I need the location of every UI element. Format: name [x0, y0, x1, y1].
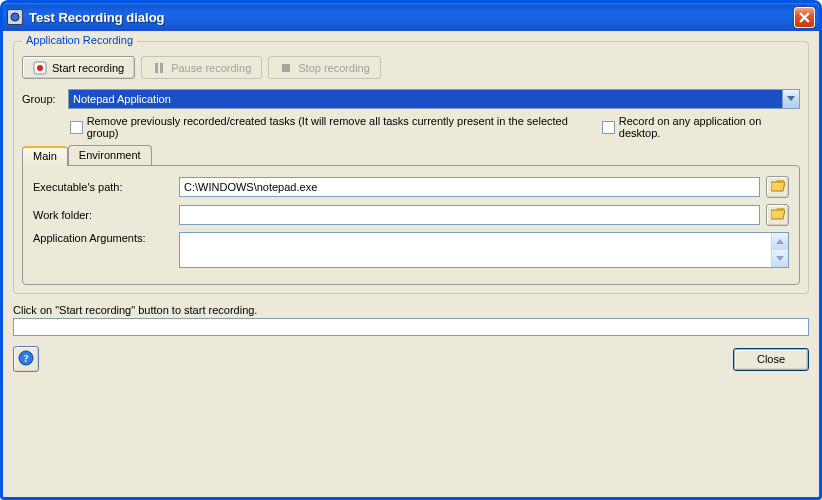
executable-row: Executable's path:	[33, 176, 789, 198]
svg-point-2	[37, 65, 43, 71]
stop-recording-icon	[279, 61, 293, 75]
arguments-field-wrap	[179, 232, 789, 268]
executable-path-input[interactable]	[179, 177, 760, 197]
svg-point-0	[11, 13, 19, 21]
tab-environment[interactable]: Environment	[68, 145, 152, 165]
scroll-down-icon[interactable]	[772, 250, 788, 267]
workfolder-row: Work folder:	[33, 204, 789, 226]
arguments-label: Application Arguments:	[33, 232, 173, 244]
svg-text:?: ?	[23, 352, 29, 364]
folder-icon	[771, 180, 785, 195]
group-label: Group:	[22, 93, 62, 105]
status-label: Click on "Start recording" button to sta…	[13, 304, 809, 316]
scroll-up-icon[interactable]	[772, 233, 788, 250]
workfolder-label: Work folder:	[33, 209, 173, 221]
recording-groupbox: Application Recording Start recording Pa…	[13, 41, 809, 294]
close-button-label: Close	[757, 353, 785, 365]
tab-strip: Main Environment	[22, 145, 800, 165]
main-tab-panel: Executable's path: Work folder:	[22, 165, 800, 285]
pause-recording-button: Pause recording	[141, 56, 262, 79]
group-selected-value: Notepad Application	[73, 93, 782, 105]
start-recording-button[interactable]: Start recording	[22, 56, 135, 79]
browse-workfolder-button[interactable]	[766, 204, 789, 226]
pause-recording-icon	[152, 61, 166, 75]
window-close-button[interactable]	[794, 7, 815, 28]
arguments-textarea[interactable]	[180, 233, 771, 267]
group-row: Group: Notepad Application	[22, 89, 800, 109]
arguments-scrollbar[interactable]	[771, 233, 788, 267]
start-recording-icon	[33, 61, 47, 75]
tab-main-label: Main	[33, 150, 57, 162]
group-combobox[interactable]: Notepad Application	[68, 89, 800, 109]
stop-recording-label: Stop recording	[298, 62, 370, 74]
help-icon: ?	[18, 350, 34, 369]
browse-executable-button[interactable]	[766, 176, 789, 198]
executable-label: Executable's path:	[33, 181, 173, 193]
dialog-window: Test Recording dialog Application Record…	[0, 0, 822, 500]
app-icon	[7, 9, 23, 25]
combobox-arrow-icon[interactable]	[782, 90, 799, 108]
tab-environment-label: Environment	[79, 149, 141, 161]
arguments-row: Application Arguments:	[33, 232, 789, 268]
title-bar: Test Recording dialog	[3, 3, 819, 31]
pause-recording-label: Pause recording	[171, 62, 251, 74]
svg-rect-3	[155, 63, 158, 73]
svg-rect-5	[282, 64, 290, 72]
dialog-footer: ? Close	[13, 346, 809, 372]
tab-area: Main Environment Executable's path:	[22, 145, 800, 285]
close-button[interactable]: Close	[733, 348, 809, 371]
help-button[interactable]: ?	[13, 346, 39, 372]
workfolder-input[interactable]	[179, 205, 760, 225]
start-recording-label: Start recording	[52, 62, 124, 74]
recording-toolbar: Start recording Pause recording Stop rec…	[22, 56, 800, 79]
remove-tasks-checkbox[interactable]	[70, 121, 83, 134]
record-any-app-label: Record on any application on desktop.	[619, 115, 800, 139]
progress-bar	[13, 318, 809, 336]
record-any-app-checkbox[interactable]	[602, 121, 615, 134]
svg-point-6	[19, 351, 33, 365]
stop-recording-button: Stop recording	[268, 56, 381, 79]
tab-main[interactable]: Main	[22, 146, 68, 166]
dialog-body: Application Recording Start recording Pa…	[3, 31, 819, 497]
remove-tasks-label: Remove previously recorded/created tasks…	[87, 115, 587, 139]
folder-icon	[771, 208, 785, 223]
svg-rect-4	[160, 63, 163, 73]
window-title: Test Recording dialog	[29, 10, 794, 25]
checkbox-row: Remove previously recorded/created tasks…	[70, 115, 800, 139]
svg-rect-1	[34, 62, 46, 74]
groupbox-legend: Application Recording	[22, 34, 137, 46]
